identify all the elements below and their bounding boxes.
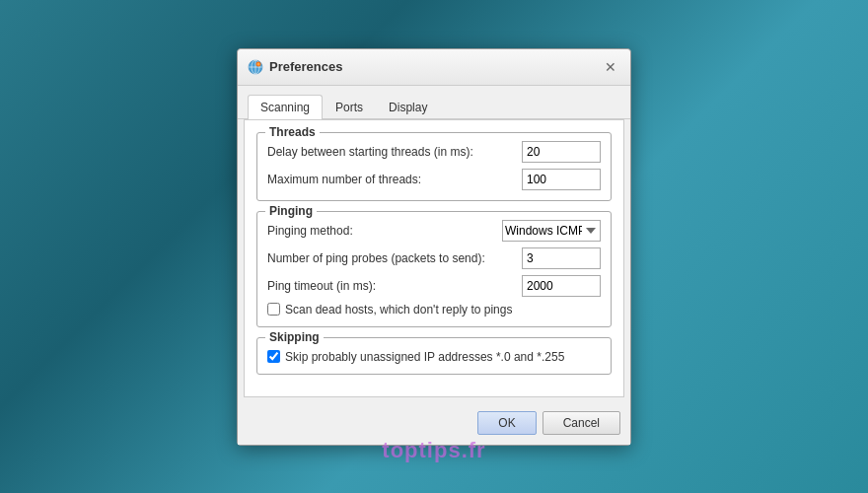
app-icon — [248, 59, 263, 75]
dialog-title: Preferences — [269, 59, 342, 74]
title-bar: Preferences ✕ — [238, 49, 630, 86]
tab-scanning[interactable]: Scanning — [248, 95, 323, 119]
ping-method-label: Pinging method: — [267, 224, 502, 238]
preferences-dialog: Preferences ✕ Scanning Ports Display Thr… — [237, 48, 631, 446]
skipping-group-label: Skipping — [265, 330, 324, 344]
ping-timeout-label: Ping timeout (in ms): — [267, 279, 522, 293]
ping-timeout-input[interactable] — [522, 275, 601, 297]
skip-unassigned-checkbox[interactable] — [267, 350, 280, 363]
dialog-footer: OK Cancel — [238, 403, 630, 445]
scan-dead-hosts-label: Scan dead hosts, which don't reply to pi… — [285, 303, 512, 317]
close-button[interactable]: ✕ — [601, 57, 620, 77]
cancel-button[interactable]: Cancel — [542, 411, 620, 435]
pinging-group: Pinging Pinging method: Windows ICMP Com… — [256, 211, 612, 327]
max-threads-row: Maximum number of threads: — [267, 169, 601, 190]
max-threads-label: Maximum number of threads: — [267, 173, 522, 186]
svg-point-5 — [257, 62, 260, 65]
scan-dead-hosts-checkbox[interactable] — [267, 303, 280, 316]
delay-threads-label: Delay between starting threads (in ms): — [267, 145, 522, 159]
scan-dead-hosts-row: Scan dead hosts, which don't reply to pi… — [267, 303, 601, 317]
skip-unassigned-label: Skip probably unassigned IP addresses *.… — [285, 350, 564, 364]
tab-content: Threads Delay between starting threads (… — [244, 119, 624, 397]
skipping-group: Skipping Skip probably unassigned IP add… — [256, 337, 612, 375]
threads-group: Threads Delay between starting threads (… — [256, 132, 612, 201]
delay-threads-input[interactable] — [522, 141, 601, 163]
max-threads-input[interactable] — [522, 169, 601, 190]
ok-button[interactable]: OK — [477, 411, 536, 435]
threads-group-label: Threads — [265, 125, 320, 139]
tab-ports[interactable]: Ports — [323, 95, 376, 119]
ping-method-row: Pinging method: Windows ICMP Combined UD… — [267, 220, 601, 242]
pinging-group-label: Pinging — [265, 204, 317, 218]
tab-display[interactable]: Display — [376, 95, 440, 119]
ping-probes-row: Number of ping probes (packets to send): — [267, 247, 601, 269]
ping-timeout-row: Ping timeout (in ms): — [267, 275, 601, 297]
tabs-bar: Scanning Ports Display — [238, 86, 630, 119]
ping-probes-input[interactable] — [522, 247, 601, 269]
skip-unassigned-row: Skip probably unassigned IP addresses *.… — [267, 350, 601, 364]
ping-method-select[interactable]: Windows ICMP Combined UDP — [502, 220, 601, 242]
title-bar-left: Preferences — [248, 59, 342, 75]
delay-threads-row: Delay between starting threads (in ms): — [267, 141, 601, 163]
ping-probes-label: Number of ping probes (packets to send): — [267, 251, 522, 265]
